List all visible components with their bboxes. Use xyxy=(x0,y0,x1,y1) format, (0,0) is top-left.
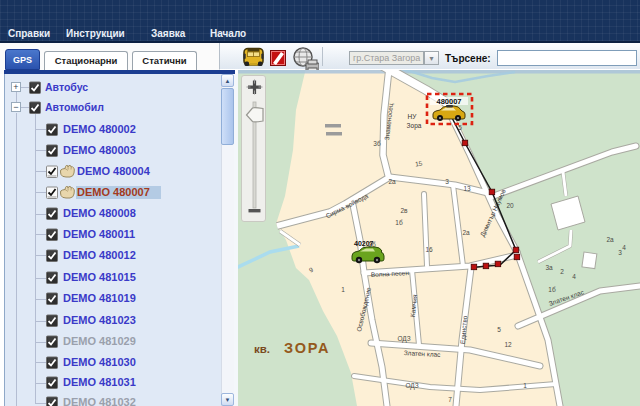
svg-text:5: 5 xyxy=(497,326,501,333)
svg-text:480007: 480007 xyxy=(436,97,461,106)
svg-text:НУ: НУ xyxy=(408,113,418,120)
svg-text:16: 16 xyxy=(425,246,433,253)
svg-text:ЗОРА: ЗОРА xyxy=(284,340,330,356)
svg-text:15: 15 xyxy=(415,160,424,168)
svg-text:3б: 3б xyxy=(373,140,381,147)
svg-text:3а: 3а xyxy=(545,264,553,271)
svg-text:2а: 2а xyxy=(388,178,396,185)
svg-text:3: 3 xyxy=(618,249,622,256)
svg-text:4: 4 xyxy=(572,273,576,280)
svg-text:Зора: Зора xyxy=(407,122,422,130)
svg-text:2в: 2в xyxy=(400,207,408,214)
svg-text:2а: 2а xyxy=(462,229,470,236)
svg-text:1б: 1б xyxy=(548,286,556,293)
svg-text:1: 1 xyxy=(523,382,527,389)
svg-text:2а: 2а xyxy=(606,236,614,243)
svg-text:7: 7 xyxy=(448,396,452,403)
svg-text:3: 3 xyxy=(445,178,449,185)
svg-text:2: 2 xyxy=(560,268,564,275)
svg-text:1б: 1б xyxy=(395,219,403,226)
svg-text:4: 4 xyxy=(622,244,626,251)
svg-text:1: 1 xyxy=(341,286,345,293)
svg-text:40207: 40207 xyxy=(354,240,374,247)
svg-text:12: 12 xyxy=(504,341,512,348)
svg-text:кв.: кв. xyxy=(254,343,270,355)
svg-text:ОДЗ: ОДЗ xyxy=(397,335,410,343)
svg-text:ОДЗ: ОДЗ xyxy=(405,382,418,390)
svg-text:20: 20 xyxy=(506,202,514,209)
svg-text:13: 13 xyxy=(463,185,471,192)
